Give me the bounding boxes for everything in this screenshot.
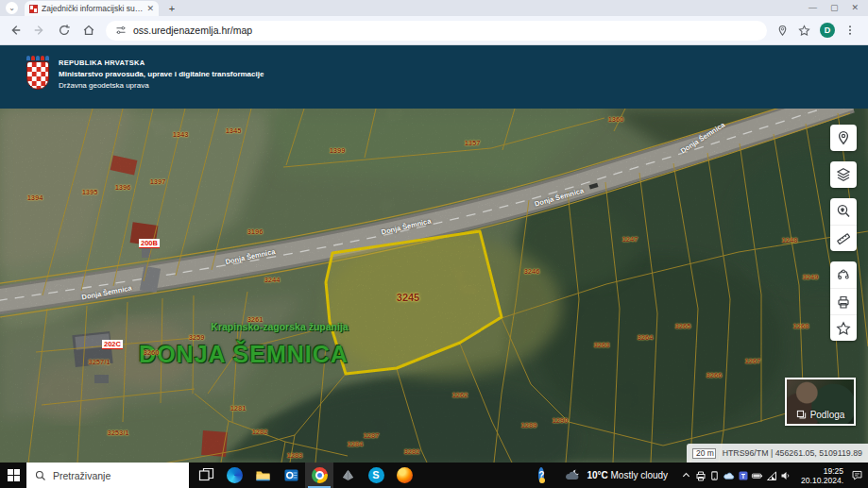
windows-logo-icon xyxy=(8,469,20,481)
map-tool-rail xyxy=(830,125,857,351)
map-viewport[interactable]: Krapinsko-zagorska županija DONJA ŠEMNIC… xyxy=(0,109,868,463)
tab-search-icon[interactable]: ⌄ xyxy=(6,2,18,14)
start-button[interactable] xyxy=(0,463,26,488)
header-line-3: Državna geodetska uprava xyxy=(59,81,264,90)
taskbar-app-task-view[interactable] xyxy=(192,463,220,488)
browser-menu-icon[interactable] xyxy=(844,25,856,36)
cloudy-night-icon xyxy=(565,468,582,482)
action-center-icon[interactable] xyxy=(850,463,864,488)
taskbar-clock[interactable]: 19:25 20.10.2024. xyxy=(801,466,843,485)
tool-ruler-button[interactable] xyxy=(830,225,857,251)
browser-tab[interactable]: Zajednički informacijski sustav ✕ xyxy=(25,1,159,16)
url-text: oss.uredjenazemlja.hr/map xyxy=(133,25,252,36)
taskbar-app-chrome[interactable] xyxy=(305,463,333,488)
onedrive-icon[interactable] xyxy=(722,463,736,488)
search-icon xyxy=(35,470,46,481)
back-button[interactable] xyxy=(8,23,23,38)
header-line-2: Ministarstvo pravosuđa, uprave i digital… xyxy=(59,70,264,78)
browser-toolbar: oss.uredjenazemlja.hr/map D xyxy=(0,16,868,45)
weather-temp: 10°C xyxy=(587,470,607,480)
screen: ⌄ Zajednički informacijski sustav ✕ + — … xyxy=(0,0,868,488)
clock-date: 20.10.2024. xyxy=(801,476,843,485)
forward-button[interactable] xyxy=(32,23,47,38)
tool-group xyxy=(830,198,857,251)
browser-tab-bar: ⌄ Zajednički informacijski sustav ✕ + — … xyxy=(0,0,868,16)
tool-locate-button[interactable] xyxy=(830,198,857,225)
network-icon[interactable] xyxy=(764,463,778,488)
tool-marker-button[interactable] xyxy=(830,125,857,151)
app-header: REPUBLIKA HRVATSKA Ministarstvo pravosuđ… xyxy=(0,45,868,109)
teams-icon[interactable] xyxy=(736,463,750,488)
window-close-button[interactable]: ✕ xyxy=(851,3,859,12)
croatian-coat-of-arms xyxy=(25,56,51,97)
home-button[interactable] xyxy=(81,23,96,38)
bookmark-star-icon[interactable] xyxy=(798,25,810,37)
basemap-selector[interactable]: Podloga xyxy=(785,378,856,426)
help-app-icon[interactable]: ? xyxy=(531,463,552,488)
taskbar-app-file-explorer[interactable] xyxy=(248,463,277,488)
chevron-up-icon[interactable] xyxy=(679,463,693,488)
printer-icon[interactable] xyxy=(693,463,707,488)
basemap-layers-icon xyxy=(796,410,807,420)
taskbar-search[interactable]: Pretraživanje xyxy=(26,463,189,488)
basemap-label: Podloga xyxy=(810,410,845,420)
address-bar[interactable]: oss.uredjenazemlja.hr/map xyxy=(106,21,767,41)
tool-layers-button[interactable] xyxy=(830,161,857,188)
scale-bar: 20 m xyxy=(692,448,716,459)
tab-title: Zajednički informacijski sustav xyxy=(42,4,143,13)
map-status-bar: 20 m HTRS96/TM | 456261.05, 5109119.89 xyxy=(687,444,868,463)
battery-icon[interactable] xyxy=(750,463,764,488)
taskbar-app-firefox[interactable] xyxy=(390,463,418,488)
tool-group xyxy=(830,125,857,151)
taskbar-tray: ? 10°C Mostly cloudy 19:25 20.10.2024. xyxy=(531,463,868,488)
crs-coordinates: HTRS96/TM | 456261.05, 5109119.89 xyxy=(723,448,862,458)
site-favicon xyxy=(29,5,38,13)
taskbar-app-skype[interactable]: S xyxy=(362,463,390,488)
tool-snap-button[interactable] xyxy=(830,261,857,288)
reload-button[interactable] xyxy=(57,23,72,38)
location-permission-icon[interactable] xyxy=(776,25,789,37)
window-maximize-button[interactable]: ▢ xyxy=(830,3,839,12)
browser-avatar[interactable]: D xyxy=(820,23,835,38)
tab-close-icon[interactable]: ✕ xyxy=(146,4,154,13)
taskbar-app-edge[interactable] xyxy=(220,463,248,488)
taskbar-apps: S xyxy=(192,463,418,488)
windows-taskbar: Pretraživanje S ? 10°C Mostly cloudy 19:… xyxy=(0,463,868,488)
volume-icon[interactable] xyxy=(778,463,792,488)
new-tab-button[interactable]: + xyxy=(166,3,178,14)
tool-print-button[interactable] xyxy=(830,288,857,314)
weather-desc: Mostly cloudy xyxy=(611,470,669,480)
taskbar-app-3d-viewer[interactable] xyxy=(333,463,362,488)
window-minimize-button[interactable]: — xyxy=(808,3,817,12)
basemap-thumbnail: Podloga xyxy=(787,379,854,424)
clock-time: 19:25 xyxy=(801,466,843,476)
tool-star-button[interactable] xyxy=(830,314,857,341)
weather-widget[interactable]: 10°C Mostly cloudy xyxy=(565,468,668,482)
phone-icon[interactable] xyxy=(707,463,722,488)
satellite-basemap xyxy=(0,109,868,463)
site-info-icon[interactable] xyxy=(115,25,127,36)
tool-group xyxy=(830,261,857,341)
tool-group xyxy=(830,161,857,188)
taskbar-search-placeholder: Pretraživanje xyxy=(53,470,111,481)
header-line-1: REPUBLIKA HRVATSKA xyxy=(59,59,264,67)
taskbar-app-outlook[interactable] xyxy=(277,463,305,488)
